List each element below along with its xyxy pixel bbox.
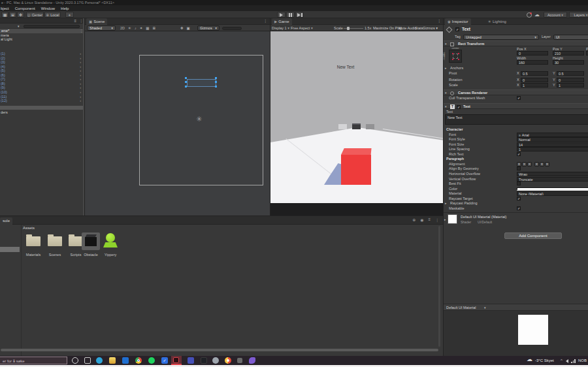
game-toolbar-maximize-on-play[interactable]: Maximize On Play [373, 26, 402, 30]
lighting-toggle-icon[interactable]: ☀ [128, 26, 131, 30]
hierarchy-item-prefab[interactable]: (11)› [0, 95, 84, 99]
handle-top-left[interactable] [185, 77, 187, 79]
hierarchy-item-prefab[interactable]: (12)› [0, 99, 84, 103]
tab-lighting[interactable]: ☀Lighting [485, 18, 509, 25]
taskbar-icon-steam[interactable] [212, 357, 219, 364]
material-foldout-icon[interactable]: ▸ [444, 217, 446, 222]
expand-arrow-icon[interactable]: › [80, 52, 81, 56]
game-toolbar-stats[interactable]: Stats [415, 26, 423, 30]
taskbar-icon-todo[interactable]: ✓ [161, 357, 168, 364]
material-field[interactable]: None (Material) [517, 191, 588, 196]
foldout-icon[interactable]: ▾ [445, 104, 447, 109]
align-top-button[interactable]: ≡ [534, 162, 539, 167]
maskable-checkbox[interactable]: ✓ [517, 206, 521, 210]
expand-arrow-icon[interactable]: › [80, 56, 81, 60]
best-fit-checkbox[interactable] [517, 182, 521, 185]
align-right-button[interactable]: ≡ [527, 162, 532, 167]
line-spacing-field[interactable]: 1 [517, 147, 588, 152]
taskbar-icon-browser[interactable] [225, 357, 231, 364]
raycast-padding-label[interactable]: Raycast Padding [450, 201, 478, 205]
hierarchy-item[interactable]: mera [1, 33, 9, 37]
pos-y-field[interactable]: 210 [553, 51, 584, 56]
grid-settings-icon[interactable]: ⊞ [153, 26, 156, 30]
subscene-header-row[interactable] [0, 106, 85, 110]
height-field[interactable]: 30 [553, 60, 584, 65]
pause-button[interactable] [286, 12, 295, 18]
step-button[interactable] [295, 12, 304, 18]
text-enabled-checkbox[interactable]: ✓ [457, 105, 461, 109]
foldout-icon[interactable]: ▸ [445, 201, 447, 205]
pivot-toggle-button[interactable]: ◎Center [26, 12, 44, 18]
tab-game[interactable]: ▶Game [272, 18, 292, 25]
rich-text-checkbox[interactable]: ✓ [517, 152, 521, 156]
handle-mid-left[interactable] [185, 81, 187, 83]
weather-text[interactable]: -3°C Skyet [535, 359, 554, 362]
handle-bottom-left[interactable] [185, 86, 187, 88]
hierarchy-item-prefab[interactable]: (2)› [0, 56, 84, 61]
cull-transparent-mesh-checkbox[interactable]: ✓ [517, 96, 521, 100]
game-panel-kebab-icon[interactable]: ⋮ [437, 18, 441, 24]
grid-tool-icon[interactable]: ▦ [1, 12, 8, 18]
active-checkbox[interactable]: ✓ [455, 27, 459, 31]
text-value-textarea[interactable]: New Text [445, 114, 588, 125]
hierarchy-item-prefab[interactable]: (5)› [0, 69, 84, 73]
hierarchy-item-fragment[interactable]: ders [1, 110, 8, 114]
hierarchy-item-prefab[interactable]: (1)› [0, 52, 84, 56]
expand-arrow-icon[interactable]: › [80, 60, 81, 64]
rotation-x-field[interactable]: 0 [521, 78, 548, 82]
taskbar-icon-cortana[interactable] [72, 357, 78, 364]
expand-arrow-icon[interactable]: › [80, 90, 81, 94]
menu-item-help[interactable]: Help [61, 7, 69, 10]
audio-toggle-icon[interactable]: ♪ [135, 26, 137, 30]
scene-search-input[interactable] [222, 27, 242, 31]
preview-footer-bar[interactable]: Default UI Material ▾ [444, 304, 588, 311]
layer-dropdown[interactable]: UI [553, 35, 588, 40]
tag-dropdown[interactable]: Untagged▾ [463, 35, 539, 40]
hierarchy-item-prefab[interactable]: (3)› [0, 60, 84, 65]
tab-scene[interactable]: ▣Scene [86, 18, 107, 25]
hierarchy-item[interactable]: al Light [1, 37, 12, 41]
layers-dropdown[interactable]: Layers ▾ [569, 12, 588, 18]
scale-slider[interactable] [344, 28, 363, 29]
hierarchy-item-prefab[interactable]: (8)› [0, 82, 84, 86]
font-size-field[interactable]: 14 [517, 142, 588, 147]
scale-y-field[interactable]: 1 [557, 83, 584, 88]
hidden-layers-icon[interactable]: ▦ [146, 26, 149, 30]
scene-viewport[interactable]: ✳ [85, 31, 270, 215]
font-field[interactable]: aArial [517, 133, 588, 137]
rect-transform-header[interactable]: ▾ Rect Transform [444, 40, 588, 46]
material-swatch[interactable] [448, 214, 457, 224]
anchors-label[interactable]: Anchors [450, 66, 463, 71]
raycast-target-checkbox[interactable]: ✓ [517, 197, 521, 200]
taskbar-icon-task-view[interactable] [84, 357, 91, 364]
aspect-dropdown[interactable]: Free Aspect ▾ [291, 26, 313, 31]
play-button[interactable] [277, 12, 286, 18]
gameobject-name[interactable]: Text [462, 27, 470, 31]
align-middle-button[interactable]: ≡ [540, 162, 544, 167]
tab-inspector[interactable]: ◉Inspector [445, 18, 471, 25]
collab-error-icon[interactable] [527, 12, 532, 18]
pivot-y-field[interactable]: 0.5 [557, 71, 584, 76]
align-bottom-button[interactable]: ≡ [545, 162, 549, 167]
expand-arrow-icon[interactable]: › [80, 69, 81, 72]
taskbar-icon-misc-app[interactable] [237, 358, 242, 363]
anchor-preset-widget[interactable] [449, 50, 462, 63]
align-center-button[interactable]: ≡ [522, 162, 527, 167]
anchors-foldout-icon[interactable]: ▸ [445, 66, 447, 71]
weather-cloud-icon[interactable]: ☁ [527, 357, 532, 362]
handle-mid-right[interactable] [215, 81, 217, 83]
move-tool-icon[interactable]: ⊞ [9, 12, 16, 18]
display-dropdown[interactable]: Display 1 ▾ [272, 26, 289, 31]
effects-dropdown-icon[interactable]: ✦ [140, 26, 143, 30]
align-by-geometry-checkbox[interactable] [517, 167, 521, 170]
game-toolbar-mute-audio[interactable]: Mute Audio [399, 26, 417, 30]
taskbar-icon-chrome[interactable] [135, 357, 142, 364]
expand-arrow-icon[interactable]: › [80, 86, 81, 89]
menu-item-component[interactable]: Component [15, 7, 35, 10]
project-vscrollbar[interactable] [438, 226, 440, 347]
account-dropdown[interactable]: Account ▾ [544, 12, 567, 18]
rotation-y-field[interactable]: 0 [557, 78, 584, 82]
taskbar-icon-dark-app[interactable] [201, 357, 207, 364]
volume-icon[interactable] [566, 359, 568, 363]
keyboard-language[interactable]: NOB [578, 359, 587, 362]
